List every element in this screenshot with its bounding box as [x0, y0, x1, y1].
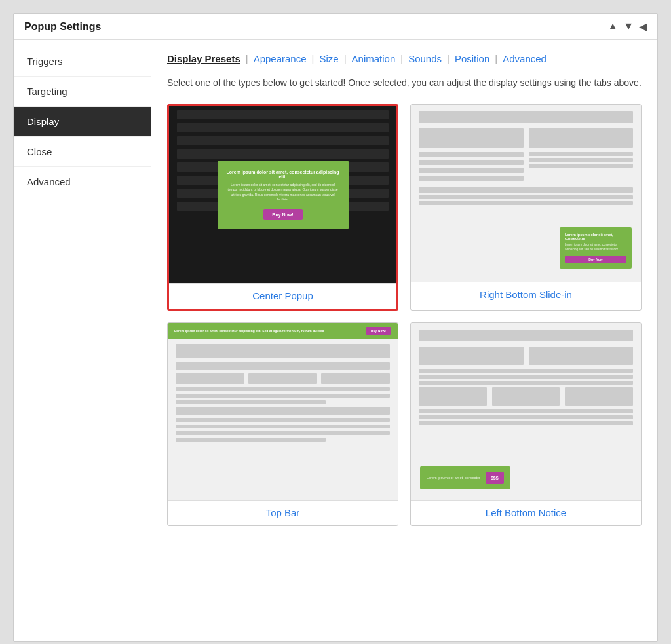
sidebar-item-display[interactable]: Display [14, 107, 151, 137]
tab-sounds[interactable]: Sounds [408, 53, 442, 64]
description-text: Select one of the types below to get sta… [167, 76, 642, 90]
center-popup-preview: Lorem ipsum dolor sit amet, consectetur … [169, 106, 396, 283]
preset-center-popup[interactable]: Lorem ipsum dolor sit amet, consectetur … [167, 104, 398, 311]
collapse-up-icon[interactable]: ▲ [607, 20, 618, 33]
top-bar-preview: Lorem ipsum dolor sit amet, consectetur … [168, 323, 398, 500]
panel-controls: ▲ ▼ ◀ [607, 20, 647, 33]
sidebar: Triggers Targeting Display Close Advance… [14, 40, 151, 539]
rb-slide-in-box: Lorem ipsum dolor sit amet, consectetur … [560, 227, 632, 269]
tb-top-notice: Lorem ipsum dolor sit amet, consectetur … [168, 323, 398, 339]
lb-notice-box: Lorem ipsum dor amet, consecter $$$ [420, 466, 510, 489]
tab-appearance[interactable]: Appearance [254, 53, 307, 64]
collapse-left-icon[interactable]: ◀ [639, 20, 647, 33]
center-popup-box: Lorem ipsum dolor sit amet, consectetur … [218, 161, 349, 229]
sidebar-item-triggers[interactable]: Triggers [14, 47, 151, 77]
preset-top-bar[interactable]: Lorem ipsum dolor sit amet, consectetur … [167, 322, 398, 526]
panel-header: Popup Settings ▲ ▼ ◀ [14, 14, 657, 40]
center-popup-label: Center Popup [252, 290, 313, 301]
top-bar-label: Top Bar [266, 507, 300, 518]
preset-right-bottom-slide[interactable]: Lorem ipsum dolor sit amet, consectetur … [410, 104, 642, 311]
tab-display-presets[interactable]: Display Presets [167, 53, 240, 64]
lb-preview: Lorem ipsum dor amet, consecter $$$ [411, 323, 641, 500]
panel-body: Triggers Targeting Display Close Advance… [14, 40, 657, 539]
tab-animation[interactable]: Animation [352, 53, 396, 64]
tabs-row: Display Presets | Appearance | Size | An… [167, 53, 642, 64]
panel-title: Popup Settings [24, 21, 101, 33]
center-popup-label-row: Center Popup [169, 283, 396, 309]
right-bottom-label-row: Right Bottom Slide-in [411, 282, 641, 307]
sidebar-item-advanced[interactable]: Advanced [14, 167, 151, 197]
sidebar-item-close[interactable]: Close [14, 137, 151, 167]
tab-advanced[interactable]: Advanced [503, 53, 546, 64]
popup-box-title: Lorem ipsum dolor sit amet, consectetur … [227, 170, 339, 179]
popup-box-btn: Buy Now! [263, 209, 303, 220]
sidebar-item-targeting[interactable]: Targeting [14, 77, 151, 107]
popup-box-body: Lorem ipsum dolor sit amet, consectetur … [227, 183, 339, 202]
tab-position[interactable]: Position [455, 53, 489, 64]
right-bottom-preview: Lorem ipsum dolor sit amet, consectetur … [411, 105, 641, 282]
lb-notice-label: Left Bottom Notice [486, 507, 566, 518]
main-content: Display Presets | Appearance | Size | An… [151, 40, 657, 539]
lb-notice-label-row: Left Bottom Notice [411, 500, 641, 525]
popup-settings-panel: Popup Settings ▲ ▼ ◀ Triggers Targeting … [13, 13, 658, 642]
tab-size[interactable]: Size [319, 53, 338, 64]
presets-grid: Lorem ipsum dolor sit amet, consectetur … [167, 104, 642, 526]
collapse-down-icon[interactable]: ▼ [623, 20, 634, 33]
preset-left-bottom-notice[interactable]: Lorem ipsum dor amet, consecter $$$ Left… [410, 322, 642, 526]
right-bottom-label: Right Bottom Slide-in [480, 289, 572, 300]
top-bar-label-row: Top Bar [168, 500, 398, 525]
